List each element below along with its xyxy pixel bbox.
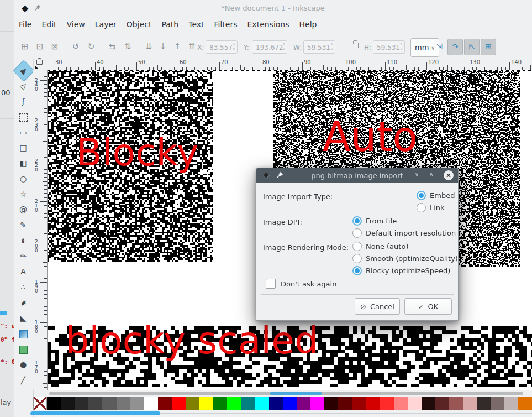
radio-blocky-control[interactable] xyxy=(352,266,362,275)
color-swatch[interactable] xyxy=(255,397,270,410)
radio-blocky[interactable]: Blocky (optimizeSpeed) xyxy=(352,264,450,277)
shade-down-icon[interactable]: ∨ xyxy=(414,170,419,178)
gradient-tool[interactable] xyxy=(16,326,30,341)
star-tool[interactable]: ☆ xyxy=(16,187,30,201)
raise-to-top-icon[interactable]: ⇈ xyxy=(185,40,198,53)
color-swatch[interactable] xyxy=(130,397,145,410)
x-spinner[interactable]: ∧∨ xyxy=(233,42,235,52)
color-swatch[interactable] xyxy=(449,397,463,410)
color-swatch[interactable] xyxy=(366,397,380,410)
w-field[interactable]: 59.531∧∨ xyxy=(303,40,335,54)
zoom-tool[interactable] xyxy=(16,110,30,124)
palette-scrollbar-thumb[interactable] xyxy=(30,411,160,415)
flip-horizontal-icon[interactable]: ⇆ xyxy=(106,40,119,53)
flip-vertical-icon[interactable]: ⇅ xyxy=(121,40,134,53)
mesh-tool[interactable] xyxy=(16,342,30,356)
measure-tool[interactable]: ▭ xyxy=(16,125,30,139)
menu-edit[interactable]: Edit xyxy=(36,17,61,29)
h-spinner[interactable]: ∧∨ xyxy=(400,42,403,52)
spray-tool[interactable]: ∴ xyxy=(16,280,30,294)
color-swatch[interactable] xyxy=(47,397,61,410)
radio-embed[interactable]: Embed xyxy=(417,189,455,201)
eraser-tool[interactable]: ▰ xyxy=(13,293,33,312)
menu-filters[interactable]: Filters xyxy=(209,17,243,29)
horizontal-scrollbar-indicator[interactable] xyxy=(270,392,322,395)
color-swatch[interactable] xyxy=(283,397,297,410)
menu-file[interactable]: File xyxy=(14,17,36,29)
ellipse-tool[interactable]: ○ xyxy=(16,171,30,186)
horizontal-scrollbar[interactable] xyxy=(48,390,532,397)
palette-scrollbar[interactable] xyxy=(28,411,532,417)
w-spinner[interactable]: ∧∨ xyxy=(330,42,333,52)
move-patterns-toggle[interactable]: ⊞ xyxy=(481,39,496,55)
box3d-tool[interactable]: ◧ xyxy=(16,156,30,170)
deselect-icon[interactable]: ⊠ xyxy=(48,40,61,53)
dont-ask-again-row[interactable]: Don't ask again xyxy=(266,278,336,290)
node-tool[interactable]: ▷ xyxy=(13,76,34,96)
ruler-lock-icon[interactable] xyxy=(36,60,43,65)
color-swatch[interactable] xyxy=(504,397,519,410)
color-swatch[interactable] xyxy=(102,397,117,410)
rotate-ccw-icon[interactable]: ↺ xyxy=(69,40,82,53)
radio-from-file[interactable]: From file xyxy=(352,215,397,227)
scale-corners-toggle[interactable]: ↷ xyxy=(447,39,463,55)
radio-default-resolution[interactable]: Default import resolution xyxy=(352,227,456,239)
radio-default-resolution-control[interactable] xyxy=(352,228,362,238)
radio-smooth[interactable]: Smooth (optimizeQuality) xyxy=(352,252,458,264)
rect-tool[interactable]: □ xyxy=(16,140,30,155)
color-swatch[interactable] xyxy=(338,397,352,410)
menu-extensions[interactable]: Extensions xyxy=(243,17,294,29)
radio-link-control[interactable] xyxy=(417,203,426,212)
raise-icon[interactable]: ↑ xyxy=(171,40,184,53)
dialog-titlebar[interactable]: ◆ png bitmap image import ∨ ∧ × xyxy=(256,168,458,183)
color-swatch[interactable] xyxy=(422,397,436,410)
color-swatch[interactable] xyxy=(518,397,532,410)
lock-aspect-icon[interactable] xyxy=(352,43,359,48)
connector-tool[interactable]: ╱ xyxy=(16,373,30,387)
spiral-tool[interactable]: @ xyxy=(16,202,30,217)
y-spinner[interactable]: ∧∨ xyxy=(282,42,285,52)
text-tool[interactable]: A xyxy=(16,264,30,279)
color-swatch[interactable] xyxy=(241,397,255,410)
palette-scrollbar-track[interactable] xyxy=(160,413,532,414)
canvas-text-blocky-scaled[interactable]: blocky scaled xyxy=(65,322,318,359)
vertical-ruler[interactable]: 240230220210200190180170 xyxy=(33,70,48,390)
color-swatch[interactable] xyxy=(199,397,214,410)
lower-icon[interactable]: ↓ xyxy=(156,40,170,53)
menu-object[interactable]: Object xyxy=(122,17,157,29)
close-icon[interactable]: × xyxy=(444,170,454,180)
color-swatch[interactable] xyxy=(435,397,450,410)
window-titlebar[interactable]: ◆ *New document 1 - Inkscape xyxy=(14,0,532,17)
y-field[interactable]: 193.672∧∨ xyxy=(252,40,287,54)
color-swatch[interactable] xyxy=(477,397,491,410)
menu-layer[interactable]: Layer xyxy=(90,17,122,29)
color-swatch[interactable] xyxy=(463,397,477,410)
select-all-layers-icon[interactable]: ⊡ xyxy=(33,40,46,53)
menu-path[interactable]: Path xyxy=(156,17,183,29)
x-field[interactable]: 83.557∧∨ xyxy=(206,40,238,54)
scale-stroke-toggle[interactable]: ⇲ xyxy=(432,39,446,54)
lower-to-bottom-icon[interactable]: ⇊ xyxy=(142,40,155,53)
h-field[interactable]: 59.531∧∨ xyxy=(373,40,405,54)
tweak-tool[interactable]: ∫ xyxy=(16,94,30,108)
color-swatch[interactable] xyxy=(186,397,200,410)
canvas-text-blocky[interactable]: Blocky xyxy=(76,134,199,171)
color-swatch[interactable] xyxy=(213,397,228,410)
shade-up-icon[interactable]: ∧ xyxy=(429,170,434,178)
color-swatch[interactable] xyxy=(310,397,325,410)
ok-button[interactable]: ✓ OK xyxy=(404,298,452,315)
horizontal-ruler[interactable]: 30405060708090100110120130140 xyxy=(47,59,532,70)
rotate-cw-icon[interactable]: ↻ xyxy=(85,40,98,53)
color-swatch[interactable] xyxy=(227,397,241,410)
radio-from-file-control[interactable] xyxy=(352,216,362,226)
move-gradients-toggle[interactable]: ⇱ xyxy=(464,39,480,55)
radio-none-auto[interactable]: None (auto) xyxy=(352,240,408,252)
color-swatch[interactable] xyxy=(144,397,159,410)
color-swatch[interactable] xyxy=(352,397,366,410)
color-swatch[interactable] xyxy=(117,397,131,410)
radio-embed-control[interactable] xyxy=(417,191,426,200)
color-swatch[interactable] xyxy=(158,397,172,410)
color-swatch[interactable] xyxy=(61,397,75,410)
bezier-tool[interactable]: ✒ xyxy=(16,233,30,248)
color-swatch[interactable] xyxy=(269,397,283,410)
